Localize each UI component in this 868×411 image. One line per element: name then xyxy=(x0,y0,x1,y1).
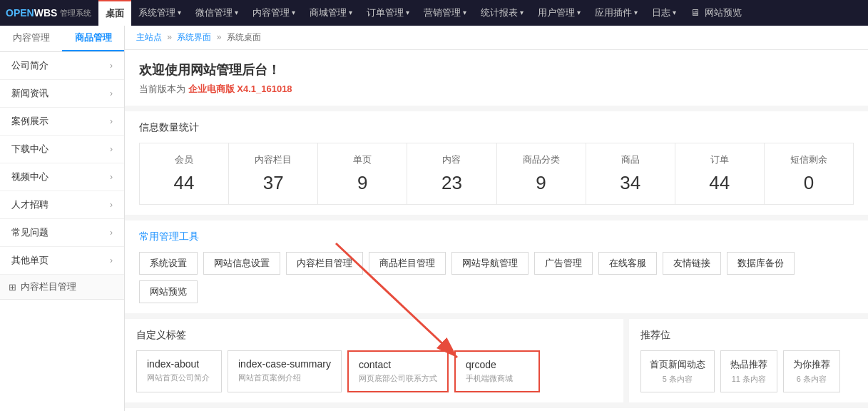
logo-wbs: WBS xyxy=(34,7,58,19)
nav-preview[interactable]: 🖥 网站预览 xyxy=(683,0,749,26)
welcome-title: 欢迎使用网站管理后台！ xyxy=(139,61,854,78)
stat-members: 会员 44 xyxy=(140,143,229,204)
sidebar-item-faq[interactable]: 常见问题 › xyxy=(0,219,124,247)
rec-name: 首页新闻动态 xyxy=(650,358,705,371)
breadcrumb-home[interactable]: 主站点 xyxy=(136,32,162,42)
stat-label-content-categories: 内容栏目 xyxy=(235,153,312,166)
tool-product-categories[interactable]: 商品栏目管理 xyxy=(369,252,446,275)
sidebar-item-label: 案例展示 xyxy=(11,115,48,128)
chevron-down-icon: ▾ xyxy=(406,0,409,26)
nav-marketing[interactable]: 营销管理 ▾ xyxy=(417,0,474,26)
nav-order[interactable]: 订单管理 ▾ xyxy=(359,0,417,26)
rec-card-foryou[interactable]: 为你推荐 6 条内容 xyxy=(783,350,840,392)
breadcrumb-sep2: » xyxy=(217,32,224,42)
chevron-down-icon: ▾ xyxy=(634,0,638,26)
sidebar-item-news[interactable]: 新闻资讯 › xyxy=(0,80,124,108)
welcome-section: 欢迎使用网站管理后台！ 当前版本为 企业电商版 X4.1_161018 xyxy=(125,50,868,106)
stat-value-content: 23 xyxy=(413,172,490,194)
main-layout: 内容管理 商品管理 公司简介 › 新闻资讯 › 案例展示 › 下载中心 › 视频… xyxy=(0,26,868,411)
chevron-right-icon: › xyxy=(110,172,113,182)
stat-label-products: 商品 xyxy=(592,153,669,166)
tag-card-contact[interactable]: contact 网页底部公司联系方式 xyxy=(347,350,449,392)
stat-products: 商品 34 xyxy=(586,143,675,204)
tool-db-backup[interactable]: 数据库备份 xyxy=(727,252,795,275)
chevron-right-icon: › xyxy=(110,228,113,238)
sidebar-item-label: 其他单页 xyxy=(11,254,48,267)
tool-friendly-links[interactable]: 友情链接 xyxy=(663,252,721,275)
welcome-sub-prefix: 当前版本为 xyxy=(139,83,188,94)
nav-plugins[interactable]: 应用插件 ▾ xyxy=(588,0,645,26)
stat-label-content: 内容 xyxy=(413,153,490,166)
chevron-right-icon: › xyxy=(110,116,113,126)
stats-title: 信息数量统计 xyxy=(139,121,854,134)
sidebar-content-category[interactable]: ⊞ 内容栏目管理 xyxy=(0,275,124,300)
tool-ads[interactable]: 广告管理 xyxy=(534,252,593,275)
rec-card-hot[interactable]: 热品推荐 11 条内容 xyxy=(720,350,777,392)
welcome-version: 企业电商版 X4.1_161018 xyxy=(188,83,292,94)
tag-card-index-case[interactable]: index-case-summary 网站首页案例介绍 xyxy=(228,350,342,392)
sidebar-item-cases[interactable]: 案例展示 › xyxy=(0,108,124,136)
stat-sms: 短信剩余 0 xyxy=(765,143,853,204)
nav-content[interactable]: 内容管理 ▾ xyxy=(245,0,302,26)
chevron-down-icon: ▾ xyxy=(178,0,181,26)
chevron-right-icon: › xyxy=(110,61,113,71)
custom-tags-title: 自定义标签 xyxy=(136,329,612,342)
rec-grid: 首页新闻动态 5 条内容 热品推荐 11 条内容 为你推荐 6 条内容 xyxy=(640,350,857,392)
sidebar-item-downloads[interactable]: 下载中心 › xyxy=(0,136,124,163)
tool-system-settings[interactable]: 系统设置 xyxy=(139,252,198,275)
stat-value-single-pages: 9 xyxy=(324,172,401,194)
tag-desc: 网站首页公司简介 xyxy=(147,372,211,383)
stat-value-members: 44 xyxy=(145,172,223,194)
stat-product-categories: 商品分类 9 xyxy=(497,143,586,204)
chevron-right-icon: › xyxy=(110,144,113,154)
welcome-sub: 当前版本为 企业电商版 X4.1_161018 xyxy=(139,83,854,96)
custom-tags-section: 自定义标签 index-about 网站首页公司简介 index-case-su… xyxy=(125,319,623,402)
monitor-icon: 🖥 xyxy=(690,0,700,26)
tag-card-qrcode[interactable]: qrcode 手机端微商城 xyxy=(454,350,540,392)
top-navigation: OPENWBS 管理系统 桌面 系统管理 ▾ 微信管理 ▾ 内容管理 ▾ 商城管… xyxy=(0,0,868,26)
sidebar-item-label: 视频中心 xyxy=(11,171,48,183)
stat-content: 内容 23 xyxy=(407,143,496,204)
rec-count: 11 条内容 xyxy=(730,374,768,385)
chevron-down-icon: ▾ xyxy=(577,0,581,26)
tool-site-preview[interactable]: 网站预览 xyxy=(139,280,198,303)
breadcrumb-system[interactable]: 系统界面 xyxy=(177,32,211,42)
tag-card-index-about[interactable]: index-about 网站首页公司简介 xyxy=(136,350,222,392)
tab-product-management[interactable]: 商品管理 xyxy=(62,26,124,51)
stat-label-sms: 短信剩余 xyxy=(770,153,847,166)
sidebar-tabs: 内容管理 商品管理 xyxy=(0,26,124,52)
stats-section: 信息数量统计 会员 44 内容栏目 37 单页 9 内容 23 xyxy=(125,111,868,215)
rec-card-news[interactable]: 首页新闻动态 5 条内容 xyxy=(640,350,715,392)
logo-open: OPEN xyxy=(6,7,34,19)
stat-single-pages: 单页 9 xyxy=(318,143,407,204)
sidebar-item-recruitment[interactable]: 人才招聘 › xyxy=(0,191,124,219)
sidebar-item-label: 新闻资讯 xyxy=(11,87,48,100)
nav-system[interactable]: 系统管理 ▾ xyxy=(131,0,188,26)
stat-value-orders: 44 xyxy=(681,172,758,194)
breadcrumb: 主站点 » 系统界面 » 系统桌面 xyxy=(125,26,868,50)
bottom-info: 【OpenWBS建站系统】 xyxy=(125,408,868,411)
nav-wechat[interactable]: 微信管理 ▾ xyxy=(188,0,245,26)
tools-section: 常用管理工具 系统设置 网站信息设置 内容栏目管理 商品栏目管理 网站导航管理 … xyxy=(125,220,868,313)
nav-logs[interactable]: 日志 ▾ xyxy=(645,0,683,26)
tool-nav-management[interactable]: 网站导航管理 xyxy=(451,252,529,275)
sidebar-item-videos[interactable]: 视频中心 › xyxy=(0,163,124,191)
stat-value-sms: 0 xyxy=(770,172,847,194)
tab-content-management[interactable]: 内容管理 xyxy=(0,26,62,51)
sidebar-item-other-pages[interactable]: 其他单页 › xyxy=(0,247,124,275)
nav-stats[interactable]: 统计报表 ▾ xyxy=(474,0,531,26)
tag-name: index-case-summary xyxy=(238,358,331,370)
tool-online-service[interactable]: 在线客服 xyxy=(598,252,657,275)
tool-content-categories[interactable]: 内容栏目管理 xyxy=(286,252,363,275)
tag-name: contact xyxy=(359,359,437,370)
tool-site-info[interactable]: 网站信息设置 xyxy=(203,252,280,275)
nav-shop[interactable]: 商城管理 ▾ xyxy=(302,0,359,26)
bottom-grid: 自定义标签 index-about 网站首页公司简介 index-case-su… xyxy=(125,319,868,402)
stat-label-single-pages: 单页 xyxy=(324,153,401,166)
chevron-down-icon: ▾ xyxy=(673,0,676,26)
nav-users[interactable]: 用户管理 ▾ xyxy=(531,0,588,26)
chevron-down-icon: ▾ xyxy=(349,0,352,26)
sidebar-item-company[interactable]: 公司简介 › xyxy=(0,52,124,80)
content-area: 主站点 » 系统界面 » 系统桌面 欢迎使用网站管理后台！ 当前版本为 企业电商… xyxy=(125,26,868,411)
nav-desktop[interactable]: 桌面 xyxy=(98,0,131,26)
